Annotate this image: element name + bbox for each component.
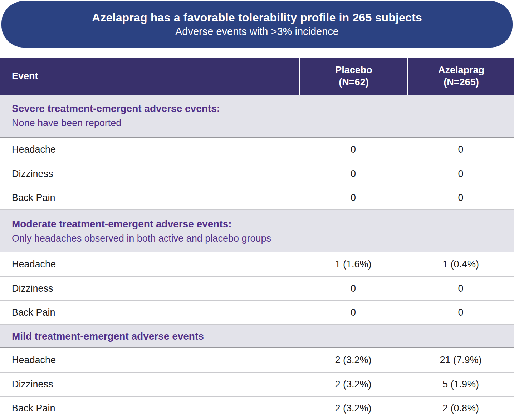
placebo-value-cell: 0 (299, 307, 407, 318)
column-header-placebo: Placebo (N=62) (299, 58, 407, 95)
adverse-events-table: Event Placebo (N=62) Azelaprag (N=265) S… (0, 58, 514, 420)
azelaprag-value-cell: 0 (407, 307, 514, 318)
azelaprag-value-cell: 21 (7.9%) (407, 355, 514, 366)
slide-subtitle: Adverse events with >3% incidence (175, 26, 339, 38)
event-cell: Back Pain (0, 403, 299, 414)
column-header-azelaprag: Azelaprag (N=265) (407, 58, 514, 95)
placebo-column-label: Placebo (335, 64, 372, 76)
section-header-severe: Severe treatment-emergent adverse events… (0, 95, 514, 138)
event-cell: Headache (0, 355, 299, 366)
table-header-row: Event Placebo (N=62) Azelaprag (N=265) (0, 58, 514, 95)
placebo-value-cell: 0 (299, 192, 407, 203)
azelaprag-value-cell: 2 (0.8%) (407, 403, 514, 414)
azelaprag-value-cell: 0 (407, 192, 514, 203)
table-row: Headache 0 0 (0, 138, 514, 162)
event-cell: Dizziness (0, 379, 299, 390)
placebo-column-n: (N=62) (339, 76, 368, 88)
placebo-value-cell: 2 (3.2%) (299, 355, 407, 366)
azelaprag-column-label: Azelaprag (438, 64, 484, 76)
section-subtitle: Only headaches observed in both active a… (12, 231, 502, 246)
table-row: Headache 1 (1.6%) 1 (0.4%) (0, 252, 514, 276)
event-cell: Dizziness (0, 283, 299, 294)
event-cell: Headache (0, 144, 299, 155)
placebo-value-cell: 2 (3.2%) (299, 379, 407, 390)
event-cell: Back Pain (0, 192, 299, 203)
azelaprag-value-cell: 0 (407, 283, 514, 294)
section-header-mild: Mild treatment-emergent adverse events (0, 324, 514, 348)
section-subtitle: None have been reported (12, 116, 502, 130)
event-cell: Dizziness (0, 168, 299, 179)
placebo-value-cell: 0 (299, 283, 407, 294)
table-row: Dizziness 2 (3.2%) 5 (1.9%) (0, 372, 514, 396)
table-row: Back Pain 0 0 (0, 300, 514, 324)
azelaprag-value-cell: 1 (0.4%) (407, 259, 514, 270)
section-title: Severe treatment-emergent adverse events… (12, 102, 502, 116)
event-cell: Headache (0, 259, 299, 270)
slide-title: Azelaprag has a favorable tolerability p… (92, 11, 422, 24)
azelaprag-column-n: (N=265) (444, 76, 479, 88)
event-cell: Back Pain (0, 307, 299, 318)
placebo-value-cell: 0 (299, 168, 407, 179)
column-header-event: Event (0, 71, 299, 82)
placebo-value-cell: 2 (3.2%) (299, 403, 407, 414)
table-row: Dizziness 0 0 (0, 276, 514, 300)
azelaprag-value-cell: 5 (1.9%) (407, 379, 514, 390)
placebo-value-cell: 0 (299, 144, 407, 155)
table-row: Back Pain 0 0 (0, 186, 514, 209)
section-header-moderate: Moderate treatment-emergent adverse even… (0, 209, 514, 252)
placebo-value-cell: 1 (1.6%) (299, 259, 407, 270)
section-title: Mild treatment-emergent adverse events (12, 329, 204, 344)
section-title: Moderate treatment-emergent adverse even… (12, 217, 502, 231)
azelaprag-value-cell: 0 (407, 168, 514, 179)
table-row: Headache 2 (3.2%) 21 (7.9%) (0, 348, 514, 372)
azelaprag-value-cell: 0 (407, 144, 514, 155)
table-row: Back Pain 2 (3.2%) 2 (0.8%) (0, 396, 514, 420)
title-banner: Azelaprag has a favorable tolerability p… (1, 1, 513, 48)
table-row: Dizziness 0 0 (0, 162, 514, 186)
